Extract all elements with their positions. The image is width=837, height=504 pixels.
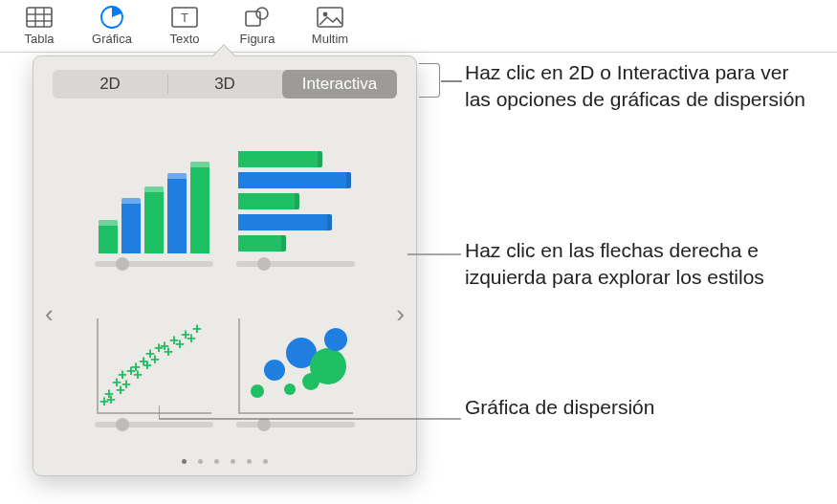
- tool-figura[interactable]: Figura: [230, 4, 285, 46]
- toolbar: Tabla Gráfica T Texto Figura Multim: [0, 0, 837, 53]
- tool-label: Gráfica: [92, 32, 132, 46]
- table-icon: [23, 4, 55, 31]
- page-dot[interactable]: [263, 459, 268, 464]
- callout-bracket: [419, 63, 440, 98]
- tool-label: Figura: [240, 32, 275, 46]
- callout-text: Haz clic en las flechas derecha e izquie…: [465, 237, 790, 292]
- style-slider[interactable]: [236, 261, 355, 267]
- scatter-chart-thumb: ++++++++++++++++++++++: [93, 309, 215, 414]
- chevron-left-icon: ‹: [45, 299, 54, 328]
- chart-grid: ++++++++++++++++++++++: [33, 99, 416, 427]
- page-dot[interactable]: [182, 459, 187, 464]
- svg-rect-0: [27, 8, 52, 27]
- chart-icon: [96, 4, 128, 31]
- svg-rect-8: [246, 11, 260, 26]
- svg-point-9: [256, 8, 268, 19]
- segment-label: 3D: [214, 75, 235, 94]
- media-icon: [314, 4, 346, 31]
- chart-type-segmented: 2D 3D Interactiva: [53, 70, 397, 99]
- segment-interactiva[interactable]: Interactiva: [282, 70, 397, 99]
- tool-label: Texto: [169, 32, 199, 46]
- callout-leader: [407, 252, 461, 256]
- callout-text: Gráfica de dispersión: [465, 394, 654, 421]
- callout-text: Haz clic en 2D o Interactiva para ver la…: [465, 59, 819, 114]
- segment-3d[interactable]: 3D: [167, 70, 282, 99]
- tool-multimedia[interactable]: Multim: [302, 4, 358, 46]
- text-icon: T: [168, 4, 201, 31]
- page-dots: [33, 459, 416, 464]
- svg-text:T: T: [181, 11, 188, 25]
- segment-2d[interactable]: 2D: [53, 70, 167, 99]
- bubble-chart-thumb: [234, 309, 357, 414]
- chevron-right-icon: ›: [396, 299, 405, 328]
- tool-texto[interactable]: T Texto: [157, 4, 212, 46]
- bar-chart-thumb: [93, 148, 215, 253]
- callout-leader: [159, 405, 465, 434]
- tool-tabla[interactable]: Tabla: [11, 4, 67, 46]
- page-dot[interactable]: [247, 459, 252, 464]
- next-style-button[interactable]: ›: [388, 294, 412, 335]
- svg-point-11: [323, 12, 328, 17]
- prev-style-button[interactable]: ‹: [37, 294, 61, 335]
- hbar-chart-thumb: [234, 148, 357, 253]
- page-dot[interactable]: [231, 459, 235, 464]
- chart-option-bar-horizontal[interactable]: [234, 123, 357, 267]
- segment-label: Interactiva: [302, 75, 377, 94]
- page-dot[interactable]: [214, 459, 219, 464]
- tool-grafica[interactable]: Gráfica: [84, 4, 140, 46]
- style-slider[interactable]: [95, 261, 213, 267]
- tool-label: Multim: [312, 32, 348, 46]
- page-dot[interactable]: [198, 459, 203, 464]
- chart-option-bar-vertical[interactable]: [93, 123, 215, 267]
- tool-label: Tabla: [24, 32, 54, 46]
- shape-icon: [241, 4, 274, 31]
- segment-label: 2D: [99, 75, 121, 94]
